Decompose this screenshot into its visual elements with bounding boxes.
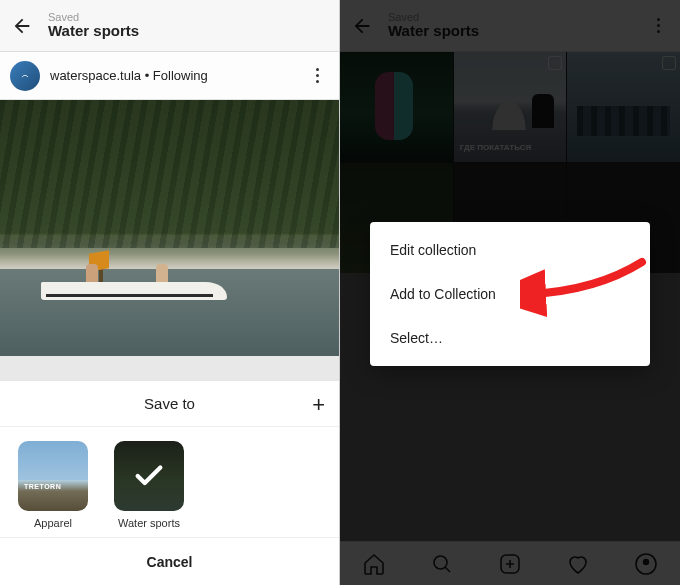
menu-add-to-collection[interactable]: Add to Collection [370, 272, 650, 316]
menu-select[interactable]: Select… [370, 316, 650, 360]
right-screenshot: Saved Water sports ГДЕ ПОКАТАТЬСЯ [340, 0, 680, 585]
collection-apparel[interactable]: Apparel [16, 441, 90, 529]
author-text: waterspace.tula • Following [50, 68, 208, 83]
cancel-button[interactable]: Cancel [147, 554, 193, 570]
more-icon[interactable] [305, 64, 329, 88]
save-to-sheet: Save to + Apparel Water sports [0, 380, 339, 585]
collection-label: Apparel [34, 517, 72, 529]
collections-row: Apparel Water sports [0, 427, 339, 537]
collection-label: Water sports [118, 517, 180, 529]
collection-thumb [18, 441, 88, 511]
sheet-header: Save to + [0, 381, 339, 427]
header-titles: Saved Water sports [48, 11, 329, 40]
back-icon[interactable] [10, 14, 34, 38]
check-icon [114, 441, 184, 511]
menu-edit-collection[interactable]: Edit collection [370, 228, 650, 272]
header-title: Water sports [48, 23, 329, 40]
cancel-bar: Cancel [0, 537, 339, 585]
collection-water-sports[interactable]: Water sports [112, 441, 186, 529]
header-bar: Saved Water sports [0, 0, 339, 52]
collection-thumb [114, 441, 184, 511]
post-image[interactable] [0, 100, 339, 356]
add-collection-icon[interactable]: + [312, 392, 325, 418]
sheet-title: Save to [144, 395, 195, 412]
avatar[interactable] [10, 61, 40, 91]
left-screenshot: Saved Water sports waterspace.tula • Fol… [0, 0, 340, 585]
post-author-row[interactable]: waterspace.tula • Following [0, 52, 339, 100]
context-menu: Edit collection Add to Collection Select… [370, 222, 650, 366]
